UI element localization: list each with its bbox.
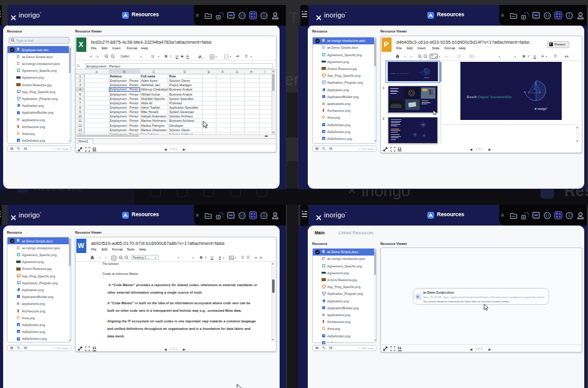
svg-text:+: + xyxy=(418,54,420,57)
svg-text:+: + xyxy=(119,256,121,258)
svg-text:+: + xyxy=(105,54,106,57)
